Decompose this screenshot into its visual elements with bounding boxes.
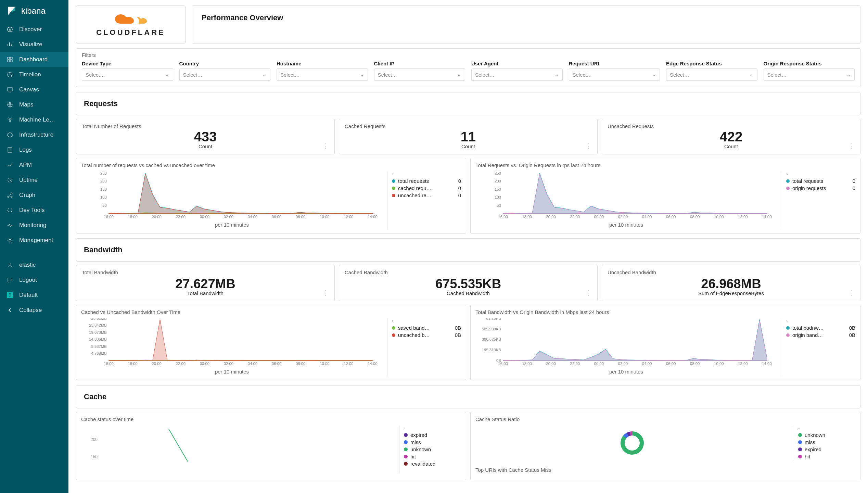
resize-handle-icon[interactable]: ⋮ (322, 289, 329, 297)
filter-select-2[interactable]: Select…⌄ (277, 68, 368, 81)
legend-item[interactable]: cached requ…0 (392, 185, 461, 191)
chevron-down-icon: ⌄ (165, 72, 169, 78)
legend-item[interactable]: uncached b…0B (392, 332, 461, 338)
legend-swatch (786, 187, 790, 190)
filter-select-6[interactable]: Select…⌄ (666, 68, 757, 81)
legend-item[interactable]: origin band…0B (786, 332, 855, 338)
legend-toggle-icon[interactable]: › (392, 172, 461, 177)
legend-item[interactable]: miss (404, 439, 461, 445)
sidebar-item-dashboard[interactable]: Dashboard (0, 52, 68, 67)
metric-value: 422 (608, 130, 855, 143)
chart-legend: ›total requests0cached requ…0uncached re… (387, 172, 461, 230)
filter-select-4[interactable]: Select…⌄ (471, 68, 563, 81)
filter-select-1[interactable]: Select…⌄ (179, 68, 271, 81)
resize-handle-icon[interactable]: ⋮ (848, 142, 855, 150)
metric-sublabel: Count (608, 143, 855, 149)
svg-text:00:00: 00:00 (594, 215, 604, 219)
metric-sublabel: Sum of EdgeResponseBytes (608, 290, 855, 296)
svg-text:16:00: 16:00 (104, 362, 113, 366)
svg-text:12:00: 12:00 (344, 215, 353, 219)
legend-item[interactable]: saved band…0B (392, 325, 461, 331)
legend-item[interactable]: expired (798, 446, 855, 452)
svg-text:100: 100 (100, 195, 107, 199)
chart-legend: ›total badnw…0Borigin band…0B (782, 318, 855, 377)
nav-label: Graph (19, 192, 35, 199)
sidebar-item-logout[interactable]: Logout (0, 273, 68, 288)
svg-rect-3 (8, 60, 10, 62)
svg-text:18:00: 18:00 (522, 215, 532, 219)
sidebar-item-maps[interactable]: Maps (0, 97, 68, 112)
select-placeholder: Select… (670, 72, 689, 78)
metric-card: Uncached Requests422Count⋮ (602, 119, 860, 154)
sidebar-item-monitoring[interactable]: Monitoring (0, 218, 68, 233)
sidebar-item-logs[interactable]: Logs (0, 142, 68, 157)
resize-handle-icon[interactable]: ⋮ (848, 289, 855, 297)
filter-select-3[interactable]: Select…⌄ (374, 68, 465, 81)
resize-handle-icon[interactable]: ⋮ (322, 142, 329, 150)
legend-item[interactable]: unknown (404, 446, 461, 452)
nav-label: Collapse (19, 307, 42, 314)
nav-label: Uptime (19, 177, 38, 184)
metric-card: Total Number of Requests433Count⋮ (76, 119, 335, 154)
legend-item[interactable]: total requests0 (392, 178, 461, 184)
legend-label: total badnw… (792, 325, 824, 331)
filter-select-7[interactable]: Select…⌄ (764, 68, 855, 81)
legend-item[interactable]: expired (404, 432, 461, 438)
chart-requests-over-time: Total number of requests vs cached vs un… (76, 158, 466, 233)
sidebar-item-discover[interactable]: Discover (0, 22, 68, 37)
legend-item[interactable]: revalidated (404, 461, 461, 467)
sidebar-item-timelion[interactable]: Timelion (0, 67, 68, 82)
legend-value: 0 (458, 185, 461, 191)
legend-item[interactable]: origin requests0 (786, 185, 855, 191)
sidebar-item-graph[interactable]: Graph (0, 188, 68, 203)
sidebar-item-devtools[interactable]: Dev Tools (0, 203, 68, 218)
legend-label: unknown (805, 432, 825, 438)
sidebar-item-user[interactable]: elastic (0, 257, 68, 273)
legend-swatch (404, 455, 408, 458)
resize-handle-icon[interactable]: ⋮ (585, 289, 592, 297)
svg-text:22:00: 22:00 (176, 362, 186, 366)
resize-handle-icon[interactable]: ⋮ (585, 142, 592, 150)
filter-select-5[interactable]: Select…⌄ (569, 68, 660, 81)
svg-text:195.313KB: 195.313KB (482, 348, 501, 352)
svg-text:14:00: 14:00 (762, 215, 771, 219)
nav-label: Monitoring (19, 222, 46, 229)
legend-item[interactable]: uncached re…0 (392, 192, 461, 198)
svg-text:200: 200 (100, 179, 107, 183)
sidebar-item-visualize[interactable]: Visualize (0, 37, 68, 52)
svg-rect-6 (8, 88, 12, 91)
filter-label: Client IP (374, 61, 465, 66)
x-axis-label: per 10 minutes (475, 369, 777, 375)
legend-item[interactable]: total badnw…0B (786, 325, 855, 331)
sidebar-item-management[interactable]: Management (0, 233, 68, 248)
sidebar-item-uptime[interactable]: Uptime (0, 173, 68, 188)
sidebar-item-infra[interactable]: Infrastructure (0, 127, 68, 142)
legend-item[interactable]: total requests0 (786, 178, 855, 184)
metric-sublabel: Count (82, 143, 329, 149)
svg-text:28.61MB: 28.61MB (91, 318, 106, 320)
metric-card: Cached Bandwidth675.535KBCached Bandwidt… (339, 265, 598, 301)
legend-item[interactable]: hit (404, 454, 461, 459)
legend-item[interactable]: unknown (798, 432, 855, 438)
svg-text:10:00: 10:00 (714, 215, 724, 219)
legend-item[interactable]: hit (798, 454, 855, 459)
legend-toggle-icon[interactable]: › (786, 172, 855, 177)
svg-point-10 (9, 121, 11, 122)
metric-card: Uncached Bandwidth26.968MBSum of EdgeRes… (602, 265, 860, 301)
legend-item[interactable]: miss (798, 439, 855, 445)
sidebar-item-apm[interactable]: APM (0, 157, 68, 173)
sidebar-item-ml[interactable]: Machine Le… (0, 112, 68, 127)
filter-select-0[interactable]: Select…⌄ (82, 68, 173, 81)
legend-toggle-icon[interactable]: ◦ (404, 426, 461, 431)
sidebar-item-collapse[interactable]: Collapse (0, 303, 68, 318)
metric-title: Total Number of Requests (82, 123, 329, 129)
sidebar-item-space[interactable]: DDefault (0, 288, 68, 303)
legend-label: total requests (792, 178, 823, 184)
infra-icon (7, 132, 13, 138)
legend-toggle-icon[interactable]: › (786, 318, 855, 324)
legend-toggle-icon[interactable]: › (392, 318, 461, 324)
sidebar-item-canvas[interactable]: Canvas (0, 82, 68, 97)
svg-text:14:00: 14:00 (368, 362, 377, 366)
legend-toggle-icon[interactable]: ◦ (798, 426, 855, 431)
legend-label: unknown (410, 446, 431, 452)
